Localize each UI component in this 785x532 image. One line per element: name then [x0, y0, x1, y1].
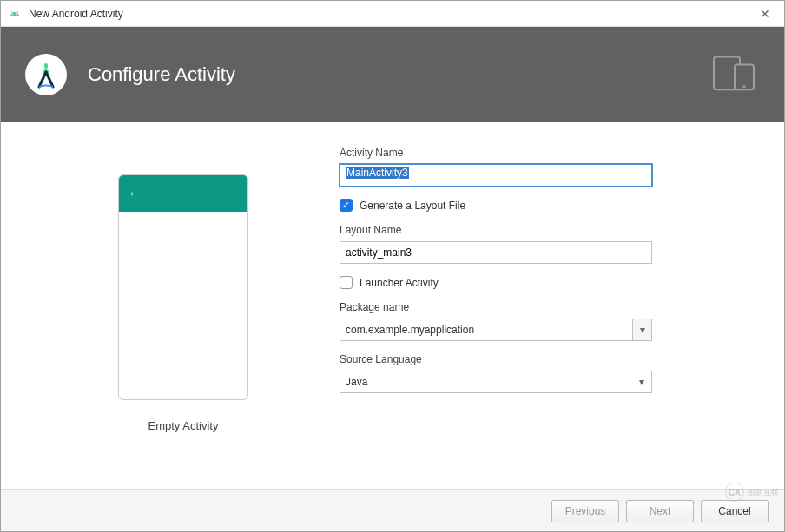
form-pane: Activity Name MainActivity3 ✓ Generate a… — [340, 140, 758, 489]
next-button[interactable]: Next — [626, 500, 694, 522]
close-icon[interactable]: ✕ — [753, 7, 777, 21]
chevron-down-icon[interactable]: ▾ — [632, 319, 651, 340]
svg-point-0 — [12, 13, 13, 14]
layout-name-label: Layout Name — [340, 224, 758, 236]
content-area: ← Empty Activity Activity Name MainActiv… — [1, 122, 784, 489]
back-arrow-icon: ← — [128, 186, 142, 201]
android-icon — [8, 7, 22, 21]
page-title: Configure Activity — [88, 63, 235, 86]
watermark-logo-icon: CX — [725, 483, 744, 502]
launcher-activity-label: Launcher Activity — [360, 277, 439, 289]
launcher-activity-checkbox[interactable] — [340, 276, 353, 289]
activity-preview: ← — [118, 174, 248, 400]
chevron-down-icon[interactable]: ▾ — [632, 371, 651, 392]
header-banner: Configure Activity — [1, 27, 784, 122]
generate-layout-checkbox[interactable]: ✓ — [340, 199, 353, 212]
layout-name-input[interactable] — [340, 241, 652, 264]
dialog-window: New Android Activity ✕ Configure Activit… — [0, 0, 785, 532]
svg-point-1 — [16, 13, 17, 14]
svg-rect-5 — [44, 63, 48, 69]
svg-line-2 — [11, 11, 12, 13]
source-language-combo[interactable]: Java ▾ — [340, 371, 652, 393]
title-bar: New Android Activity ✕ — [1, 1, 784, 27]
window-title: New Android Activity — [29, 8, 753, 20]
activity-name-label: Activity Name — [340, 147, 758, 159]
package-name-label: Package name — [340, 301, 758, 313]
watermark: CX 创新互联 — [725, 483, 779, 502]
preview-pane: ← Empty Activity — [27, 140, 340, 489]
generate-layout-label: Generate a Layout File — [360, 200, 465, 212]
preview-appbar: ← — [119, 175, 247, 212]
cancel-button[interactable]: Cancel — [701, 500, 769, 522]
android-studio-logo-icon — [25, 54, 67, 95]
package-name-combo[interactable]: com.example.myapplication ▾ — [340, 319, 652, 341]
watermark-text: 创新互联 — [748, 487, 779, 498]
activity-name-input[interactable]: MainActivity3 — [340, 164, 652, 187]
devices-icon — [713, 56, 760, 94]
previous-button[interactable]: Previous — [551, 500, 619, 522]
preview-caption: Empty Activity — [148, 419, 219, 432]
svg-line-3 — [17, 11, 18, 13]
source-language-label: Source Language — [340, 353, 758, 365]
footer-bar: Previous Next Cancel — [1, 489, 784, 531]
svg-point-8 — [743, 85, 746, 88]
